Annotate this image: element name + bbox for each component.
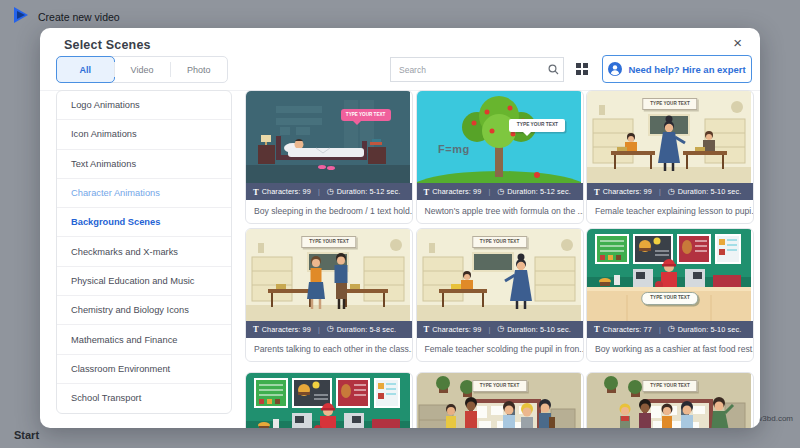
scene-thumbnail: TYPE YOUR TEXT <box>246 229 412 321</box>
clock-icon: ◷ <box>327 325 334 333</box>
hire-expert-label: Need help? Hire an expert <box>628 64 745 75</box>
scene-meta: T Characters: 99 | ◷ Duration: 5-12 sec. <box>417 183 583 200</box>
scene-thumbnail: TYPE YOUR TEXT <box>417 373 583 429</box>
sidebar-item-character-animations[interactable]: Character Animations <box>57 179 231 208</box>
scene-card-fast-food-partial[interactable]: TYPE YOUR TEXT <box>245 372 413 429</box>
characters-count: Characters: 99 <box>432 325 481 334</box>
scene-thumbnail: TYPE YOUR TEXT <box>587 373 753 429</box>
scene-thumbnail: TYPE YOUR TEXT <box>246 91 412 183</box>
scene-card-parents-talking[interactable]: TYPE YOUR TEXT T Characters: 99 | ◷ Dura… <box>245 228 413 362</box>
scene-caption: Boy sleeping in the bedroom / 1 text hol… <box>246 200 412 223</box>
characters-count: Characters: 99 <box>262 325 311 334</box>
scene-thumbnail: F=mg TYPE YOUR TEXT <box>417 91 583 183</box>
characters-icon: T <box>424 324 430 334</box>
modal-title: Select Scenes <box>64 38 151 52</box>
duration-value: Duration: 5-8 sec. <box>337 325 396 334</box>
duration-value: Duration: 5-10 sec. <box>678 325 742 334</box>
search-input[interactable] <box>391 65 543 75</box>
scene-thumbnail: TYPE YOUR TEXT <box>246 373 412 429</box>
formula-text: F=mg <box>438 143 470 155</box>
scene-caption: Female teacher explaining lesson to pupi… <box>587 200 753 223</box>
clock-icon: ◷ <box>327 188 334 196</box>
grid-view-icon[interactable] <box>572 59 592 79</box>
tab-video[interactable]: Video <box>114 57 171 82</box>
scene-meta: T Characters: 99 | ◷ Duration: 5-12 sec. <box>246 183 412 200</box>
meta-divider: | <box>659 326 661 333</box>
tab-photo[interactable]: Photo <box>170 57 227 82</box>
meta-divider: | <box>318 326 320 333</box>
scene-card-bedroom[interactable]: TYPE YOUR TEXT T Characters: 99 | ◷ Dura… <box>245 90 413 224</box>
page: Create new video Start w3bd.com Select S… <box>0 0 800 448</box>
scene-grid: TYPE YOUR TEXT T Characters: 99 | ◷ Dura… <box>245 90 749 428</box>
sidebar-item-background-scenes[interactable]: Background Scenes <box>57 208 231 237</box>
scene-card-fast-food-cashier[interactable]: TYPE YOUR TEXT T Characters: 77 | ◷ Dura… <box>586 228 754 362</box>
clock-icon: ◷ <box>668 188 675 196</box>
close-icon[interactable]: × <box>729 32 746 53</box>
tab-all[interactable]: All <box>56 56 115 83</box>
scene-caption: Newton's apple tree with formula on the … <box>417 200 583 223</box>
scene-meta: T Characters: 99 | ◷ Duration: 5-10 sec. <box>587 183 753 200</box>
sidebar-item-logo-animations[interactable]: Logo Animations <box>57 91 231 120</box>
characters-icon: T <box>253 187 259 197</box>
watermark: w3bd.com <box>757 414 793 423</box>
scene-card-hallway-students-2[interactable]: TYPE YOUR TEXT <box>586 372 754 429</box>
characters-count: Characters: 77 <box>603 325 652 334</box>
sidebar-item-text-animations[interactable]: Text Animations <box>57 150 231 179</box>
meta-divider: | <box>488 326 490 333</box>
type-your-text-label: TYPE YOUR TEXT <box>642 98 697 110</box>
app-logo-icon <box>13 6 31 24</box>
scene-card-apple-tree[interactable]: F=mg TYPE YOUR TEXT T Characters: 99 | ◷… <box>416 90 584 224</box>
scene-meta: T Characters: 77 | ◷ Duration: 5-10 sec. <box>587 321 753 338</box>
meta-divider: | <box>659 188 661 195</box>
characters-count: Characters: 99 <box>603 187 652 196</box>
sidebar-item-chemistry-biology[interactable]: Chemistry and Biology Icons <box>57 296 231 325</box>
expert-avatar-icon <box>608 62 622 76</box>
sidebar-item-mathematics-finance[interactable]: Mathematics and Finance <box>57 325 231 354</box>
characters-icon: T <box>253 324 259 334</box>
type-your-text-label: TYPE YOUR TEXT <box>509 119 565 132</box>
scene-caption: Parents talking to each other in the cla… <box>246 338 412 361</box>
characters-count: Characters: 99 <box>432 187 481 196</box>
hire-expert-button[interactable]: Need help? Hire an expert <box>602 55 752 83</box>
sidebar-item-icon-animations[interactable]: Icon Animations <box>57 120 231 149</box>
page-title: Create new video <box>38 11 120 23</box>
characters-icon: T <box>594 324 600 334</box>
type-your-text-label: TYPE YOUR TEXT <box>472 236 527 248</box>
clock-icon: ◷ <box>668 325 675 333</box>
duration-value: Duration: 5-10 sec. <box>507 325 571 334</box>
type-your-text-label: TYPE YOUR TEXT <box>472 380 527 392</box>
characters-icon: T <box>594 187 600 197</box>
search-icon[interactable] <box>543 64 563 75</box>
sidebar-item-classroom-environment[interactable]: Classroom Environment <box>57 355 231 384</box>
scene-thumbnail: TYPE YOUR TEXT <box>587 91 753 183</box>
category-sidebar: Logo Animations Icon Animations Text Ani… <box>56 90 232 414</box>
characters-count: Characters: 99 <box>262 187 311 196</box>
scene-meta: T Characters: 99 | ◷ Duration: 5-8 sec. <box>246 321 412 338</box>
clock-icon: ◷ <box>497 325 504 333</box>
meta-divider: | <box>318 188 320 195</box>
sidebar-item-physical-education[interactable]: Physical Education and Music <box>57 267 231 296</box>
search-box <box>390 57 564 82</box>
scene-caption: Female teacher scolding the pupil in fro… <box>417 338 583 361</box>
scene-card-teacher-explaining[interactable]: TYPE YOUR TEXT T Characters: 99 | ◷ Dura… <box>586 90 754 224</box>
type-your-text-label: TYPE YOUR TEXT <box>301 236 356 248</box>
duration-value: Duration: 5-12 sec. <box>507 187 571 196</box>
sidebar-item-checkmarks[interactable]: Checkmarks and X-marks <box>57 237 231 266</box>
duration-value: Duration: 5-12 sec. <box>337 187 401 196</box>
sidebar-item-school-transport[interactable]: School Transport <box>57 384 231 412</box>
select-scenes-modal: Select Scenes × All Video Photo Need hel… <box>40 28 760 428</box>
scene-thumbnail: TYPE YOUR TEXT <box>417 229 583 321</box>
scene-card-teacher-scolding[interactable]: TYPE YOUR TEXT T Characters: 99 | ◷ Dura… <box>416 228 584 362</box>
type-your-text-label: TYPE YOUR TEXT <box>642 380 697 392</box>
scene-meta: T Characters: 99 | ◷ Duration: 5-10 sec. <box>417 321 583 338</box>
clock-icon: ◷ <box>497 188 504 196</box>
type-your-text-label: TYPE YOUR TEXT <box>641 292 698 305</box>
app-topbar: Create new video <box>0 0 800 28</box>
scene-card-hallway-students[interactable]: TYPE YOUR TEXT <box>416 372 584 429</box>
meta-divider: | <box>488 188 490 195</box>
scene-type-tabs: All Video Photo <box>56 56 228 83</box>
characters-icon: T <box>424 187 430 197</box>
scene-caption: Boy working as a cashier at fast food re… <box>587 338 753 361</box>
background-start-label: Start <box>14 429 39 441</box>
scene-thumbnail: TYPE YOUR TEXT <box>587 229 753 321</box>
